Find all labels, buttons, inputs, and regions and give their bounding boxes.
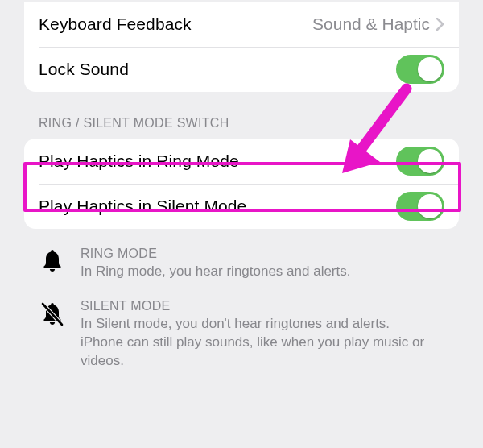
chevron-right-icon — [436, 18, 444, 31]
row-label: Play Haptics in Ring Mode — [39, 151, 396, 171]
row-label: Keyboard Feedback — [39, 15, 312, 34]
info-text: SILENT MODE In Silent mode, you don't he… — [80, 299, 427, 371]
toggle-haptics-silent[interactable] — [396, 192, 444, 221]
info-text: RING MODE In Ring mode, you hear rington… — [80, 247, 350, 281]
row-keyboard-feedback[interactable]: Keyboard Feedback Sound & Haptic — [24, 2, 459, 47]
row-play-haptics-silent: Play Haptics in Silent Mode — [24, 184, 459, 229]
row-label: Lock Sound — [39, 60, 396, 79]
settings-group-sounds: Keyboard Feedback Sound & Haptic Lock So… — [24, 2, 459, 92]
bell-slash-icon — [39, 299, 66, 328]
row-label: Play Haptics in Silent Mode — [39, 197, 396, 216]
info-title: RING MODE — [80, 247, 350, 261]
row-play-haptics-ring: Play Haptics in Ring Mode — [24, 139, 459, 184]
info-ring-mode: RING MODE In Ring mode, you hear rington… — [39, 247, 444, 281]
info-body: In Ring mode, you hear ringtones and ale… — [80, 263, 350, 281]
row-value: Sound & Haptic — [312, 15, 430, 34]
settings-group-haptics: Play Haptics in Ring Mode Play Haptics i… — [24, 139, 459, 229]
info-silent-mode: SILENT MODE In Silent mode, you don't he… — [39, 299, 444, 371]
bell-icon — [39, 247, 66, 274]
info-title: SILENT MODE — [80, 299, 427, 313]
section-header-ring-silent: RING / SILENT MODE SWITCH — [39, 116, 444, 131]
toggle-haptics-ring[interactable] — [396, 147, 444, 176]
info-body: In Silent mode, you don't hear ringtones… — [80, 315, 427, 371]
toggle-lock-sound[interactable] — [396, 55, 444, 84]
row-lock-sound: Lock Sound — [24, 47, 459, 92]
